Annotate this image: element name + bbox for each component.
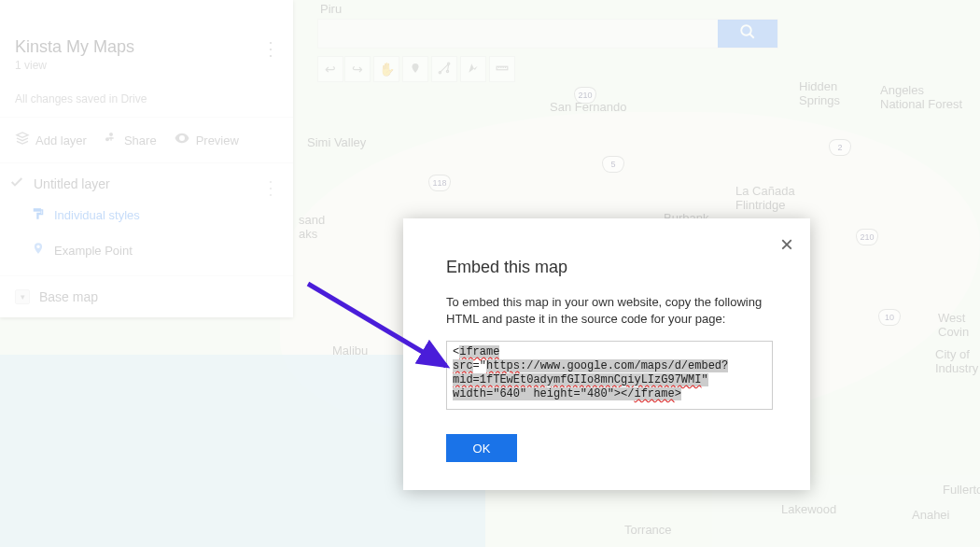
embed-code-textarea[interactable]: <iframe src="https://www.google.com/maps… [446, 341, 773, 410]
dialog-description: To embed this map in your own website, c… [446, 294, 767, 328]
close-button[interactable]: × [780, 233, 793, 256]
embed-dialog: × Embed this map To embed this map in yo… [403, 218, 810, 490]
ok-button[interactable]: OK [446, 434, 517, 462]
dialog-title: Embed this map [446, 258, 767, 277]
close-icon: × [780, 231, 793, 257]
